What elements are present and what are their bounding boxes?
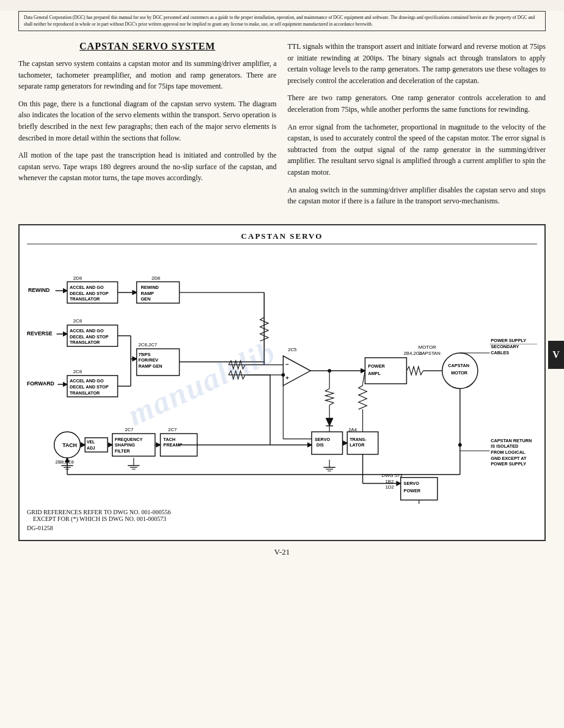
svg-text:CAPSTAN: CAPSTAN [419,351,441,356]
two-col-layout: CAPSTAN SERVO SYSTEM The capstan servo s… [18,41,546,213]
svg-text:DIS: DIS [317,442,324,448]
right-para-3: An error signal from the tachometer, pro… [288,122,546,178]
svg-text:TRANS-: TRANS- [350,436,367,442]
svg-text:REWIND: REWIND [141,285,158,290]
svg-text:AMPL: AMPL [368,371,381,376]
svg-text:GND EXCEPT AT: GND EXCEPT AT [491,455,527,460]
svg-text:2B8,2C8: 2B8,2C8 [56,459,74,465]
left-column: CAPSTAN SERVO SYSTEM The capstan servo s… [18,41,277,213]
svg-text:POWER SUPPLY: POWER SUPPLY [491,338,526,343]
svg-text:SERVO: SERVO [404,481,420,486]
svg-text:DECEL AND STOP: DECEL AND STOP [70,333,109,339]
left-para-1: The capstan servo system contains a caps… [18,58,277,92]
svg-text:ACCEL AND GO: ACCEL AND GO [70,378,104,384]
svg-text:1D2: 1D2 [385,484,394,490]
svg-text:RAMP: RAMP [141,290,154,296]
svg-text:POWER SUPPLY: POWER SUPPLY [491,461,526,467]
svg-text:DWG 573: DWG 573 [382,473,403,478]
header-notice-text: Data General Corporation (DGC) has prepa… [24,15,535,27]
svg-text:POWER: POWER [368,363,385,369]
svg-text:REWIND: REWIND [28,287,49,293]
svg-text:DECEL AND STOP: DECEL AND STOP [70,384,109,390]
svg-text:MOTOR: MOTOR [451,370,468,376]
svg-text:DECEL AND STOP: DECEL AND STOP [70,290,109,296]
right-para-4: An analog switch in the summing/driver a… [288,184,546,207]
footnote-row: GRID REFERENCES REFER TO DWG NO. 001-000… [27,509,537,531]
svg-marker-79 [326,418,333,426]
diagram-dg-number: DG-01258 [27,525,170,531]
right-column: TTL signals within the transport assert … [288,41,546,213]
svg-text:VEL: VEL [87,440,95,444]
svg-text:FORWARD: FORWARD [27,380,54,387]
svg-marker-72 [283,355,310,385]
svg-text:2C7: 2C7 [125,427,133,432]
svg-text:FREQUENCY: FREQUENCY [115,436,143,442]
left-para-2: On this page, there is a functional diag… [18,98,277,144]
right-para-1: TTL signals within the transport assert … [288,41,546,86]
svg-text:TACH: TACH [62,442,77,448]
left-para-3: All motion of the tape past the transcri… [18,150,277,184]
page: Data General Corporation (DGC) has prepa… [0,11,564,728]
svg-text:TRANSLATOR: TRANSLATOR [70,390,100,396]
svg-text:POWER: POWER [404,488,421,493]
svg-text:SHAPING: SHAPING [115,442,135,448]
svg-text:CABLES: CABLES [491,350,509,355]
svg-text:ACCEL AND GO: ACCEL AND GO [70,285,104,290]
svg-text:ADJ: ADJ [87,446,95,450]
diagram-footnote-left: GRID REFERENCES REFER TO DWG NO. 001-000… [27,509,170,531]
svg-text:SERVO: SERVO [315,436,331,442]
svg-text:75IPS: 75IPS [139,351,151,357]
svg-text:FROM LOGICAL: FROM LOGICAL [491,450,526,455]
svg-text:+: + [285,374,289,380]
svg-text:GEN: GEN [141,296,150,302]
svg-text:2C7: 2C7 [168,427,177,432]
svg-text:TACH: TACH [163,436,175,442]
svg-text:2D8: 2D8 [73,275,82,280]
svg-text:RAMP GEN: RAMP GEN [139,363,163,369]
right-para-2: There are two ramp generators. One ramp … [288,92,546,115]
diagram-title: CAPSTAN SERVO [27,231,537,244]
section-title: CAPSTAN SERVO SYSTEM [18,41,277,52]
svg-text:2C8: 2C8 [73,369,82,374]
svg-text:ACCEL AND GO: ACCEL AND GO [70,328,104,333]
svg-text:REVERSE: REVERSE [27,330,53,337]
svg-text:CAPSTAN RETURN: CAPSTAN RETURN [491,437,532,443]
header-notice: Data General Corporation (DGC) has prepa… [18,11,546,31]
svg-text:−: − [285,361,289,368]
svg-text:IS ISOLATED: IS ISOLATED [491,443,518,449]
svg-text:SECONDARY: SECONDARY [491,344,519,349]
svg-text:2C6,2C7: 2C6,2C7 [139,342,158,348]
page-number: V-21 [0,547,564,557]
svg-text:2C5: 2C5 [288,347,296,352]
svg-text:2D8: 2D8 [152,275,160,280]
svg-text:FOR/REV: FOR/REV [139,357,158,363]
svg-text:LATOR: LATOR [350,442,365,448]
side-tab-v: V [548,341,564,369]
svg-text:FILTER: FILTER [115,448,131,454]
capstan-servo-diagram: REWIND ACCEL AND GO DECEL AND STOP TRANS… [27,249,537,504]
svg-text:CAPSTAN: CAPSTAN [448,363,469,368]
svg-text:TRANSLATOR: TRANSLATOR [70,340,100,345]
svg-point-84 [282,373,285,377]
svg-text:2C8: 2C8 [73,318,82,324]
svg-text:TRANSLATOR: TRANSLATOR [70,296,100,302]
diagram-section: CAPSTAN SERVO REWIND ACCEL AND GO DECEL … [18,224,546,542]
side-tab-label: V [552,349,560,360]
svg-text:MOTOR: MOTOR [419,344,436,350]
